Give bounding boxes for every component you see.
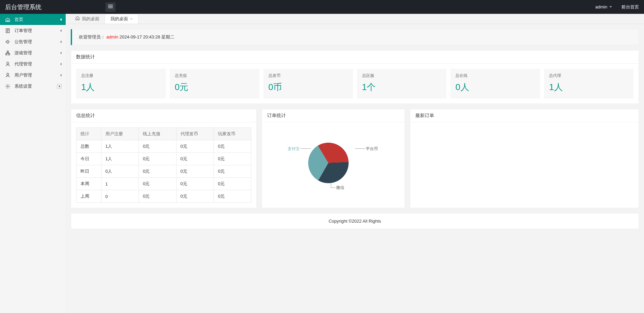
chevron-left-icon [60, 40, 62, 43]
copyright: Copyright ©2022 All Rights [329, 219, 381, 224]
pie-chart: 支付宝 平台币 微信 [290, 136, 377, 190]
user-icon [5, 61, 10, 67]
table-cell: 本周 [76, 178, 101, 190]
sidebar-item-agents[interactable]: 代理管理 [0, 58, 66, 69]
welcome-banner: 欢迎管理员： admin 2024-09-17 20:43:28 星期二 [71, 29, 639, 45]
content: 欢迎管理员： admin 2024-09-17 20:43:28 星期二 数据统… [66, 24, 644, 234]
sidebar-item-orders[interactable]: 订单管理 [0, 25, 66, 36]
table-cell: 0元 [139, 153, 176, 165]
info-table: 统计用户注册线上充值代理发币玩家发币 总数1人0元0元0元今日1人0元0元0元昨… [76, 127, 251, 203]
logo: 后台管理系统 [5, 3, 41, 11]
footer: Copyright ©2022 All Rights [71, 213, 639, 229]
table-cell: 0 [101, 190, 138, 203]
pie-label-platform: 平台币 [366, 146, 378, 152]
leader-line [331, 188, 335, 188]
stat-label: 总代理 [549, 73, 629, 79]
topbar-right: admin 前台首页 [595, 4, 639, 10]
table-cell: 1 [101, 178, 138, 190]
info-stats-panel: 信息统计 统计用户注册线上充值代理发币玩家发币 总数1人0元0元0元今日1人0元… [71, 109, 257, 208]
table-cell: 0元 [214, 140, 251, 153]
welcome-admin: admin [106, 34, 118, 39]
stat-value: 1人 [81, 81, 161, 93]
home-icon [75, 16, 80, 22]
table-cell: 0元 [176, 165, 214, 178]
sidebar-toggle-button[interactable] [105, 2, 116, 12]
sidebar-item-label: 用户管理 [14, 72, 32, 78]
table-cell: 0元 [214, 165, 251, 178]
stat-label: 总注册 [81, 73, 161, 79]
sidebar-item-home[interactable]: 首页 [0, 14, 66, 25]
table-cell: 0元 [176, 153, 214, 165]
pie-graphic [308, 143, 349, 183]
panel-title: 最新订单 [410, 109, 639, 122]
table-row: 本周10元0元0元 [76, 178, 251, 190]
pie-label-alipay: 支付宝 [288, 146, 300, 152]
chevron-left-icon [57, 84, 62, 89]
table-row: 今日1人0元0元0元 [76, 153, 251, 165]
close-icon[interactable]: × [130, 16, 133, 22]
chevron-left-icon [60, 63, 62, 65]
table-cell: 0元 [139, 190, 176, 203]
frontend-link[interactable]: 前台首页 [621, 4, 639, 10]
table-cell: 0元 [139, 140, 176, 153]
panel-title: 信息统计 [71, 109, 256, 122]
table-row: 总数1人0元0元0元 [76, 140, 251, 153]
chevron-left-icon [60, 29, 62, 32]
tab-home[interactable]: 我的桌面 [70, 14, 105, 24]
table-cell: 上周 [76, 190, 101, 203]
table-cell: 1人 [101, 153, 138, 165]
table-row: 昨日0人0元0元0元 [76, 165, 251, 178]
sidebar-item-users[interactable]: 用户管理 [0, 69, 66, 81]
table-cell: 0元 [139, 178, 176, 190]
stats-row: 总注册1人总充值0元总发币0币总区服1个总在线0人总代理1人 [76, 69, 634, 98]
tab-label: 我的桌面 [110, 16, 128, 22]
home-icon [5, 17, 10, 22]
stat-card: 总充值0元 [170, 69, 259, 98]
stat-value: 1人 [549, 81, 629, 93]
sidebar-item-games[interactable]: 游戏管理 [0, 47, 66, 58]
table-cell: 0元 [176, 178, 214, 190]
sidebar: 首页 订单管理 公告管理 游戏管理 代理管理 用户管理 [0, 14, 66, 313]
stat-value: 0人 [455, 81, 535, 93]
topbar: 后台管理系统 admin 前台首页 [0, 0, 644, 14]
leader-line [355, 148, 365, 149]
table-cell: 今日 [76, 153, 101, 165]
user-menu[interactable]: admin [595, 4, 612, 9]
latest-orders-panel: 最新订单 [410, 109, 639, 208]
panel-title: 数据统计 [71, 51, 639, 64]
panel-title: 订单统计 [262, 109, 405, 122]
table-row: 上周00元0元0元 [76, 190, 251, 203]
table-cell: 1人 [101, 140, 138, 153]
leader-line [331, 183, 331, 188]
stat-card: 总注册1人 [76, 69, 166, 98]
welcome-prefix: 欢迎管理员： [79, 34, 105, 39]
sidebar-item-label: 游戏管理 [14, 50, 32, 56]
speaker-icon [5, 39, 10, 45]
table-cell: 0元 [176, 140, 214, 153]
sidebar-item-label: 首页 [14, 17, 23, 23]
stat-card: 总发币0币 [263, 69, 353, 98]
chevron-left-icon [60, 74, 62, 77]
sidebar-item-settings[interactable]: 系统设置 [0, 81, 66, 92]
sidebar-item-label: 订单管理 [14, 28, 32, 34]
latest-orders-body [410, 122, 639, 203]
main: 我的桌面 我的桌面 × 欢迎管理员： admin 2024-09-17 20:4… [66, 14, 644, 313]
welcome-datetime: 2024-09-17 20:43:28 星期二 [120, 34, 174, 39]
sidebar-item-announcements[interactable]: 公告管理 [0, 36, 66, 47]
table-header: 代理发币 [176, 128, 214, 140]
stat-label: 总区服 [362, 73, 442, 79]
caret-down-icon [609, 6, 612, 8]
table-header: 线上充值 [139, 128, 176, 140]
table-cell: 0人 [101, 165, 138, 178]
stat-label: 总在线 [455, 73, 535, 79]
tab-desktop[interactable]: 我的桌面 × [105, 14, 138, 24]
order-stats-panel: 订单统计 支付宝 平台币 微信 [262, 109, 405, 208]
chevron-left-icon [60, 18, 62, 21]
stat-value: 1个 [362, 81, 442, 93]
gear-icon [5, 84, 10, 89]
tab-label: 我的桌面 [82, 16, 99, 22]
table-cell: 0元 [176, 190, 214, 203]
document-icon [5, 28, 10, 33]
stat-card: 总在线0人 [450, 69, 540, 98]
menu-icon [108, 4, 113, 10]
